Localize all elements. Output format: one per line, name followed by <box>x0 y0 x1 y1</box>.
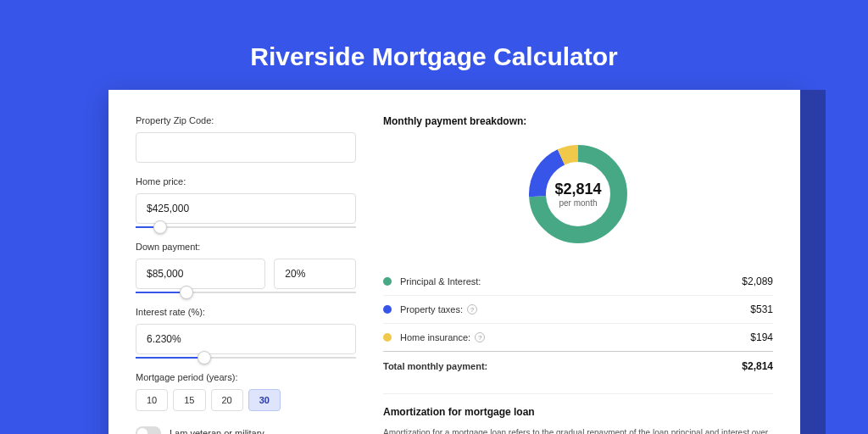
down-payment-label: Down payment: <box>136 242 356 252</box>
mortgage-period-label: Mortgage period (years): <box>136 372 356 382</box>
down-payment-percent-input[interactable] <box>274 259 356 289</box>
donut-amount: $2,814 <box>554 181 601 198</box>
period-chip-15[interactable]: 15 <box>173 389 205 411</box>
period-chip-30[interactable]: 30 <box>248 389 281 411</box>
breakdown-row: Property taxes: ?$531 <box>383 295 773 323</box>
breakdown-title: Monthly payment breakdown: <box>383 115 773 127</box>
breakdown-item-value: $194 <box>750 331 773 343</box>
breakdown-row: Principal & Interest:$2,089 <box>383 268 773 295</box>
interest-rate-input[interactable] <box>136 324 356 354</box>
interest-rate-slider[interactable] <box>136 357 356 359</box>
legend-dot-icon <box>383 333 392 342</box>
help-icon[interactable]: ? <box>475 332 485 342</box>
period-chip-10[interactable]: 10 <box>136 389 168 411</box>
amortization-title: Amortization for mortgage loan <box>383 406 773 418</box>
breakdown-item-value: $2,089 <box>742 275 773 287</box>
breakdown-row: Home insurance: ?$194 <box>383 323 773 351</box>
home-price-input[interactable] <box>136 193 356 224</box>
breakdown-item-label: Principal & Interest: <box>400 276 481 287</box>
decorative-strip <box>800 90 826 434</box>
legend-dot-icon <box>383 277 392 286</box>
period-chip-20[interactable]: 20 <box>211 389 243 411</box>
help-icon[interactable]: ? <box>467 304 477 314</box>
home-price-slider[interactable] <box>136 226 356 228</box>
veteran-toggle[interactable] <box>136 426 161 434</box>
mortgage-period-chips: 10152030 <box>136 389 356 411</box>
total-label: Total monthly payment: <box>383 361 487 371</box>
inputs-panel: Property Zip Code: Home price: Down paym… <box>136 115 356 434</box>
zip-label: Property Zip Code: <box>136 115 356 125</box>
home-price-label: Home price: <box>136 176 356 186</box>
breakdown-item-label: Property taxes: ? <box>400 304 477 314</box>
donut-sublabel: per month <box>554 198 601 208</box>
breakdown-item-label: Home insurance: ? <box>400 332 485 342</box>
total-value: $2,814 <box>742 360 773 372</box>
down-payment-amount-input[interactable] <box>136 259 265 289</box>
breakdown-item-value: $531 <box>750 303 773 315</box>
amortization-text: Amortization for a mortgage loan refers … <box>383 426 773 434</box>
zip-input[interactable] <box>136 132 356 163</box>
payment-donut-chart: $2,814 per month <box>523 139 633 249</box>
page-title: Riverside Mortgage Calculator <box>0 42 868 71</box>
breakdown-total-row: Total monthly payment:$2,814 <box>383 351 773 380</box>
legend-dot-icon <box>383 305 392 314</box>
veteran-label: I am veteran or military <box>170 428 264 434</box>
interest-rate-label: Interest rate (%): <box>136 307 356 317</box>
breakdown-panel: Monthly payment breakdown: $2,814 per mo… <box>383 115 773 434</box>
calculator-card: Property Zip Code: Home price: Down paym… <box>108 90 800 434</box>
down-payment-slider[interactable] <box>136 292 356 293</box>
